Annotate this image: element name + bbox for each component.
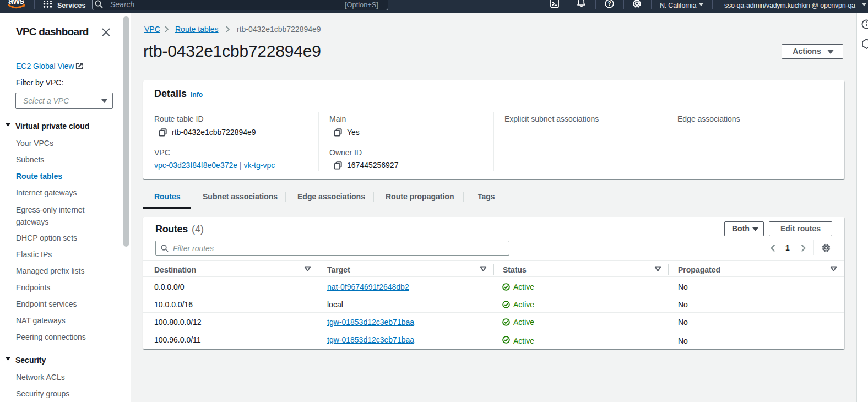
- svg-text:aws: aws: [8, 0, 24, 6]
- svg-text:?: ?: [607, 1, 611, 7]
